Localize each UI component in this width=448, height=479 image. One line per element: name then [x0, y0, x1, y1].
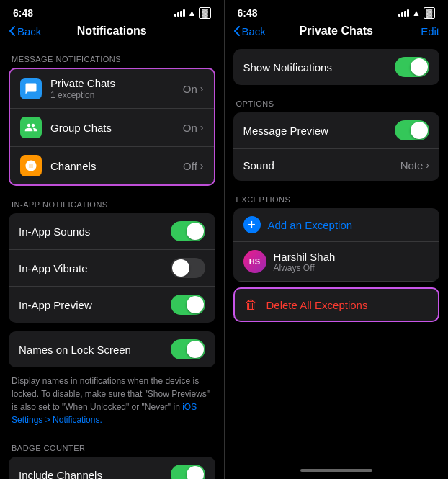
group-chats-value: On	[183, 122, 197, 134]
lock-screen-description: Display names in notifications when the …	[0, 370, 224, 432]
channels-value: Off	[183, 160, 197, 172]
delete-exceptions-row[interactable]: 🗑 Delete All Exceptions	[235, 289, 439, 321]
person-initials: HS	[249, 257, 260, 266]
person-name: Harshil Shah	[274, 251, 336, 263]
in-app-sounds-label: In-App Sounds	[19, 225, 171, 238]
private-chats-content: Private Chats 1 exception	[50, 77, 183, 100]
in-app-vibrate-row[interactable]: In-App Vibrate	[9, 250, 215, 287]
message-preview-row[interactable]: Message Preview	[233, 112, 440, 149]
names-lock-label: Names on Lock Screen	[19, 344, 171, 356]
in-app-vibrate-label: In-App Vibrate	[19, 262, 171, 274]
back-button-left[interactable]: Back	[9, 25, 41, 37]
exception-person-row[interactable]: HS Harshil Shah Always Off	[233, 242, 440, 282]
message-notifications-header: Message Notifications	[0, 43, 224, 68]
left-screen: 6:48 ▲ ▓ Back Notifications Message Noti…	[0, 0, 224, 479]
group-chats-row[interactable]: Group Chats On ›	[10, 109, 214, 147]
show-notifications-group: Show Notifications	[233, 49, 440, 85]
names-on-lock-screen-row[interactable]: Names on Lock Screen	[9, 331, 215, 367]
private-chats-label: Private Chats	[50, 77, 183, 89]
in-app-sounds-toggle[interactable]	[171, 221, 205, 241]
plus-icon: +	[243, 216, 261, 233]
status-icons-right: ▲ ▓	[398, 7, 435, 19]
badge-counter-header: Badge Counter	[0, 432, 224, 457]
group-chats-label: Group Chats	[50, 122, 183, 134]
add-exception-label: Add an Exception	[268, 219, 353, 231]
group-chats-icon	[20, 117, 42, 138]
lock-screen-group: Names on Lock Screen	[9, 331, 215, 367]
sound-row[interactable]: Sound Note ›	[233, 149, 440, 181]
right-content: Show Notifications Options Message Previ…	[225, 43, 449, 465]
add-exception-row[interactable]: + Add an Exception	[233, 208, 440, 242]
nav-bar-left: Back Notifications	[0, 22, 224, 43]
person-avatar: HS	[243, 250, 266, 273]
show-notifications-label: Show Notifications	[243, 61, 395, 73]
wifi-icon: ▲	[188, 8, 197, 18]
show-notifications-row[interactable]: Show Notifications	[233, 49, 440, 85]
status-icons-left: ▲ ▓	[174, 7, 211, 19]
private-chats-row[interactable]: Private Chats 1 exception On ›	[10, 69, 214, 109]
battery-icon: ▓	[199, 7, 210, 19]
left-page-title: Notifications	[77, 24, 147, 37]
channels-chevron: ›	[200, 160, 204, 171]
right-page-title: Private Chats	[300, 24, 373, 37]
badge-counter-group: Include Channels Count Unread Messages	[9, 457, 215, 479]
options-group: Message Preview Sound Note ›	[233, 112, 440, 181]
sound-value: Note	[400, 159, 424, 171]
private-chats-icon	[20, 78, 42, 99]
signal-icon-right	[398, 9, 409, 17]
private-chats-sublabel: 1 exception	[50, 90, 183, 100]
channels-icon	[20, 155, 42, 176]
in-app-preview-row[interactable]: In-App Preview	[9, 287, 215, 323]
status-bar-left: 6:48 ▲ ▓	[0, 0, 224, 22]
person-status: Always Off	[274, 263, 336, 273]
person-info: Harshil Shah Always Off	[274, 251, 336, 273]
names-lock-toggle[interactable]	[171, 339, 205, 359]
signal-icon	[174, 9, 185, 17]
back-button-right[interactable]: Back	[233, 25, 266, 37]
options-header: Options	[225, 88, 449, 112]
home-indicator	[225, 465, 449, 479]
group-chats-content: Group Chats	[50, 122, 183, 134]
right-screen: 6:48 ▲ ▓ Back Private Chats Edit	[225, 0, 449, 479]
delete-exceptions-group: 🗑 Delete All Exceptions	[233, 287, 440, 322]
back-label-right: Back	[242, 25, 266, 37]
in-app-preview-toggle[interactable]	[171, 295, 205, 315]
include-channels-label: Include Channels	[19, 469, 171, 480]
message-preview-toggle[interactable]	[395, 120, 429, 140]
edit-button[interactable]: Edit	[421, 25, 439, 37]
sound-label: Sound	[243, 159, 400, 171]
channels-row[interactable]: Channels Off ›	[10, 147, 214, 184]
delete-exceptions-label: Delete All Exceptions	[266, 299, 368, 311]
left-content: Message Notifications Private Chats 1 ex…	[0, 43, 224, 479]
time-left: 6:48	[13, 7, 33, 19]
in-app-notifications-header: In-App Notifications	[0, 189, 224, 213]
channels-content: Channels	[50, 160, 183, 172]
include-channels-row[interactable]: Include Channels	[9, 457, 215, 479]
message-notifications-group: Private Chats 1 exception On › Group Cha…	[9, 68, 215, 186]
trash-icon: 🗑	[245, 297, 258, 313]
channels-label: Channels	[50, 160, 183, 172]
private-chats-chevron: ›	[200, 83, 204, 94]
status-bar-right: 6:48 ▲ ▓	[225, 0, 449, 22]
time-right: 6:48	[238, 7, 258, 19]
home-bar	[300, 469, 372, 472]
in-app-sounds-row[interactable]: In-App Sounds	[9, 213, 215, 250]
wifi-icon-right: ▲	[412, 8, 421, 18]
group-chats-chevron: ›	[200, 122, 204, 133]
exceptions-group: + Add an Exception HS Harshil Shah Alway…	[233, 208, 440, 282]
nav-bar-right: Back Private Chats Edit	[225, 22, 449, 43]
private-chats-value: On	[183, 83, 197, 95]
back-label-left: Back	[17, 25, 41, 37]
message-preview-label: Message Preview	[243, 125, 395, 137]
exceptions-header: Exceptions	[225, 184, 449, 208]
in-app-notifications-group: In-App Sounds In-App Vibrate In-App Prev…	[9, 213, 215, 323]
show-notifications-toggle[interactable]	[395, 57, 429, 77]
include-channels-toggle[interactable]	[171, 465, 205, 479]
in-app-preview-label: In-App Preview	[19, 299, 171, 311]
sound-chevron: ›	[426, 159, 429, 171]
battery-icon-right: ▓	[424, 7, 435, 19]
in-app-vibrate-toggle[interactable]	[171, 258, 205, 278]
